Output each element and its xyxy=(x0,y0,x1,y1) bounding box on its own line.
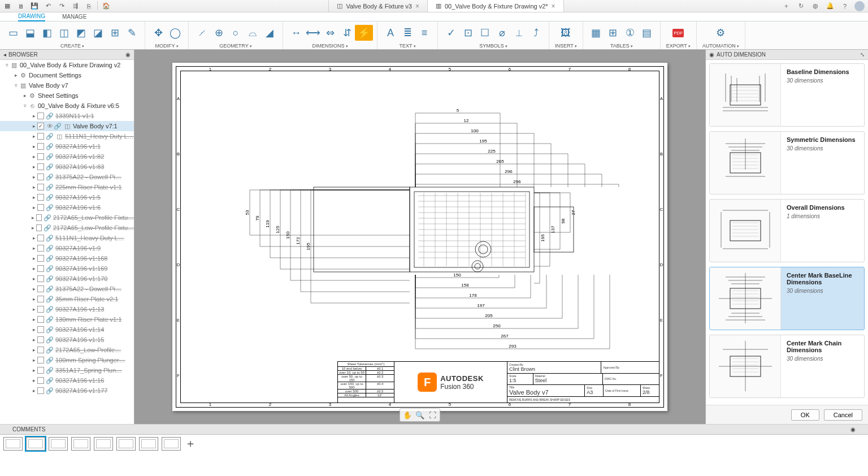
ribbon-tool-icon[interactable]: ⬓ xyxy=(23,25,37,40)
visibility-checkbox[interactable] xyxy=(37,357,44,364)
tree-twisty-icon[interactable]: ▸ xyxy=(31,286,37,292)
tree-twisty-icon[interactable]: ▸ xyxy=(31,235,37,241)
tree-twisty-icon[interactable]: ▸ xyxy=(31,133,37,139)
comments-bar[interactable]: COMMENTS ◉ xyxy=(0,424,868,434)
visibility-checkbox[interactable] xyxy=(37,184,44,191)
ribbon-tool-icon[interactable]: ↔ xyxy=(289,25,303,40)
tree-row[interactable]: ▸🔗90327A196 v1:13 xyxy=(0,304,134,314)
tree-row[interactable]: ▸🔗31375A22 - Dowell Pi… xyxy=(0,284,134,294)
tree-twisty-icon[interactable]: ▸ xyxy=(31,184,37,190)
ribbon-tool-icon[interactable]: ⊞ xyxy=(606,25,620,40)
tree-icon[interactable]: ⇶ xyxy=(70,1,80,11)
ribbon-tool-icon[interactable]: ⟋ xyxy=(194,25,209,40)
ribbon-tool-icon[interactable]: A xyxy=(383,25,398,40)
tree-twisty-icon[interactable]: ▸ xyxy=(31,306,37,312)
ribbon-tool-icon[interactable]: ⊞ xyxy=(107,25,122,40)
visibility-checkbox[interactable] xyxy=(37,204,44,211)
visibility-checkbox[interactable] xyxy=(37,336,44,343)
sheet-thumb[interactable] xyxy=(162,437,181,451)
sheet-thumb[interactable] xyxy=(26,437,45,451)
ribbon-tool-icon[interactable]: ⤴ xyxy=(528,25,543,40)
tree-row[interactable]: ▸🔗225mm Riser Plate v1:1 xyxy=(0,182,134,192)
tree-row[interactable]: ▸🔗100mm Spring Plunger… xyxy=(0,355,134,365)
ribbon-tool-icon[interactable]: ⚙ xyxy=(713,25,728,40)
tree-row[interactable]: ▿▥Valve Body v7 xyxy=(0,80,134,90)
tree-twisty-icon[interactable]: ▸ xyxy=(31,245,37,251)
add-sheet-button[interactable]: ＋ xyxy=(184,436,197,451)
tree-row[interactable]: ▸🔗2172A65_Low-Profile… xyxy=(0,345,134,355)
visibility-checkbox[interactable] xyxy=(37,296,44,302)
visibility-checkbox[interactable] xyxy=(37,143,44,150)
tree-row[interactable]: ▸🔗90327A196 v1:9 xyxy=(0,243,134,253)
ribbon-group-label[interactable]: TABLES xyxy=(610,43,633,49)
ribbon-tool-icon[interactable]: ◢ xyxy=(262,25,277,40)
tree-row[interactable]: ▸🔗90327A196 v1:15 xyxy=(0,335,134,345)
visibility-checkbox[interactable] xyxy=(36,224,42,231)
ribbon-tool-icon[interactable]: ⌓ xyxy=(245,25,260,40)
file-icon[interactable]: 🗎 xyxy=(16,1,26,11)
tree-row[interactable]: ▿▥00_Valve Body & Fixture Drawing v2 xyxy=(0,60,134,70)
tree-twisty-icon[interactable]: ▸ xyxy=(31,296,37,302)
ribbon-tool-icon[interactable]: ≣ xyxy=(400,25,415,40)
tree-row[interactable]: ▸🔗130mm Riser Plate v1:1 xyxy=(0,314,134,324)
tree-row[interactable]: ▸🔗1339N11 v1:1 xyxy=(0,111,134,121)
pan-icon[interactable]: ✋ xyxy=(402,410,413,420)
tree-row[interactable]: ▸🔗90327A196 v1:169 xyxy=(0,263,134,274)
visibility-checkbox[interactable] xyxy=(37,255,44,262)
tree-twisty-icon[interactable]: ▸ xyxy=(21,93,28,98)
tree-twisty-icon[interactable]: ▸ xyxy=(31,266,37,271)
tree-row[interactable]: ▸👁🔗◫Valve Body v7:1 xyxy=(0,121,134,131)
visibility-checkbox[interactable] xyxy=(37,235,44,241)
document-tab[interactable]: ◫Valve Body & Fixture v3× xyxy=(328,0,428,12)
visibility-checkbox[interactable] xyxy=(37,306,44,313)
tree-row[interactable]: ▸🔗2172A65_Low-Profile Fixtu… xyxy=(0,213,134,223)
ribbon-tool-icon[interactable]: ⇵ xyxy=(340,25,354,40)
visibility-checkbox[interactable] xyxy=(37,174,44,180)
ribbon-tool-icon[interactable]: ☐ xyxy=(478,25,492,40)
ribbon-tool-icon[interactable]: ✓ xyxy=(444,25,458,40)
browser-tree[interactable]: ▿▥00_Valve Body & Fixture Drawing v2▸⚙Do… xyxy=(0,60,134,424)
globe-icon[interactable]: ◍ xyxy=(810,1,821,11)
tree-twisty-icon[interactable]: ▸ xyxy=(31,144,37,149)
tree-row[interactable]: ▸⚙Sheet Settings xyxy=(0,90,134,101)
visibility-checkbox[interactable] xyxy=(37,285,44,292)
visibility-checkbox[interactable] xyxy=(36,214,42,221)
ribbon-tool-icon[interactable]: ⟷ xyxy=(306,25,320,40)
tree-row[interactable]: ▸🔗31375A22 - Dowell Pi… xyxy=(0,172,134,182)
ribbon-tool-icon[interactable]: ✥ xyxy=(151,25,166,40)
clone-icon[interactable]: ⎘ xyxy=(84,1,94,11)
tree-twisty-icon[interactable]: ▸ xyxy=(31,367,37,373)
visibility-checkbox[interactable] xyxy=(37,153,44,160)
save-icon[interactable]: 💾 xyxy=(29,1,40,11)
drawing-canvas[interactable]: 12345678 12345678 ABCDEF ABCDEF xyxy=(134,50,705,424)
ribbon-tool-icon[interactable]: ◩ xyxy=(73,25,88,40)
ribbon-group-label[interactable]: TEXT xyxy=(399,43,415,49)
tree-row[interactable]: ▸🔗90327A196 v1:6 xyxy=(0,202,134,213)
plus-icon[interactable]: ＋ xyxy=(781,1,791,11)
sheet-thumb[interactable] xyxy=(139,437,158,451)
tree-twisty-icon[interactable]: ▸ xyxy=(31,225,36,231)
tree-row[interactable]: ▸🔗90327A196 v1:14 xyxy=(0,324,134,335)
tree-row[interactable]: ▸🔗2172A65_Low-Profile Fixtu… xyxy=(0,223,134,233)
tree-twisty-icon[interactable]: ▸ xyxy=(31,123,37,129)
ribbon-group-label[interactable]: MODIFY xyxy=(155,43,179,49)
close-icon[interactable]: × xyxy=(415,2,419,10)
tree-row[interactable]: ▸🔗90327A196 v1:82 xyxy=(0,152,134,162)
close-icon[interactable]: × xyxy=(552,2,555,10)
visibility-checkbox[interactable] xyxy=(37,275,44,282)
eye-icon[interactable]: 👁 xyxy=(46,123,54,129)
visibility-checkbox[interactable] xyxy=(37,123,44,129)
tree-row[interactable]: ▸🔗5111N1_Heavy Duty L… xyxy=(0,233,134,243)
grid-icon[interactable]: ▦ xyxy=(2,1,12,11)
ribbon-tool-icon[interactable]: ⌀ xyxy=(494,25,509,40)
tree-row[interactable]: ▸🔗35mm Riser Plate v2:1 xyxy=(0,294,134,304)
tree-twisty-icon[interactable]: ▸ xyxy=(12,72,19,78)
tree-row[interactable]: ▸🔗◫5111N1_Heavy Duty L… xyxy=(0,131,134,141)
tree-twisty-icon[interactable]: ▸ xyxy=(31,357,37,363)
ribbon-tool-icon[interactable]: ✎ xyxy=(124,25,139,40)
ribbon-tool-icon[interactable]: ○ xyxy=(228,25,243,40)
visibility-checkbox[interactable] xyxy=(37,163,44,170)
sheet-thumb[interactable] xyxy=(94,437,113,451)
ext-icon[interactable]: ↻ xyxy=(796,1,806,11)
tree-twisty-icon[interactable]: ▸ xyxy=(31,256,37,261)
